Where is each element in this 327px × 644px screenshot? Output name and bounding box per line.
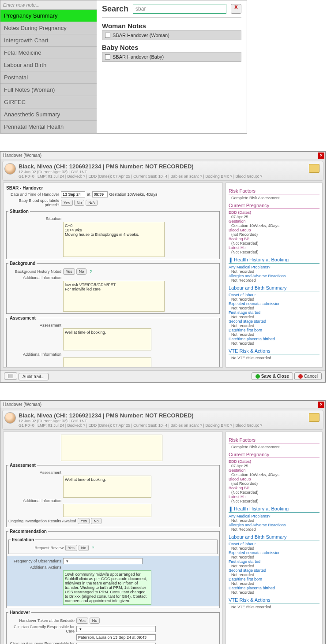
bp-label: Booking BP [229, 237, 319, 241]
ho-bedside-label: Handover Taken at the Bedside [8, 618, 75, 623]
print-button[interactable] [4, 372, 17, 380]
hh-head: ❚ Health History at Booking [229, 257, 319, 264]
current-pregnancy-head: Current Pregnancy [229, 203, 319, 209]
freq-label: Frequency of Observations [8, 559, 61, 563]
addl-info-label: Additional Information [8, 499, 61, 503]
folder-icon[interactable] [309, 164, 319, 173]
close-icon[interactable]: × [318, 402, 324, 408]
sidebar-item-labour-birth[interactable]: Labour and Birth [0, 59, 97, 71]
situation-fieldset: Situation Situation G+0 10+4 wks Moving … [6, 209, 220, 259]
time-input[interactable] [92, 191, 108, 197]
handover-window-scrolled: Handover (Woman) × Black, Nivea (CHI: 12… [0, 400, 326, 644]
risk-factors-head: Risk Factors [229, 188, 319, 194]
sidebar-item-intergrowth[interactable]: Intergrowth Chart [0, 34, 97, 47]
date-input[interactable] [61, 191, 85, 197]
freq-dropdown[interactable]: ▾ [63, 558, 143, 564]
vte-head: VTE Risk & Actions [229, 348, 319, 354]
situation-label: Situation [8, 216, 61, 221]
sidebar-item-full-notes[interactable]: Full Notes (Woman) [0, 84, 97, 96]
current-pregnancy-head: Current Pregnancy [229, 452, 319, 458]
patient-meta-2: G1 P0+0 | LMP: 01 Jul 24 | Booked: ? | E… [19, 174, 320, 179]
cancel-button[interactable]: Cancel [294, 372, 322, 380]
yes-button[interactable]: Yes [63, 268, 75, 275]
sidebar-item-perinatal-mh[interactable]: Perinatal Mental Health [0, 121, 97, 133]
hh-head: ❚ Health History at Booking [229, 506, 319, 513]
save-close-button[interactable]: Save & Close [252, 372, 293, 380]
audit-trail-button[interactable]: Audit trail... [19, 373, 49, 380]
med-label: Any Medical Problems? [229, 265, 319, 269]
enter-new-note[interactable]: Enter new note... [0, 0, 97, 10]
background-fieldset: Background Background History Noted Yes … [6, 261, 220, 314]
assessment-textarea[interactable]: Well at time of booking. [63, 328, 151, 350]
patient-header: Black, Nivea (CHI: 1206921234 | PMS Numb… [2, 410, 323, 430]
check-icon [256, 374, 260, 379]
background-textarea[interactable]: low risk VTE/FGR/GDM/PET For midwife led… [63, 281, 165, 312]
yes-button[interactable]: Yes [61, 200, 73, 206]
datetime-label: Date and Time of Handover [6, 192, 59, 197]
actions-label: Additional Actions [8, 565, 61, 570]
sidebar: Enter new note... Pregnancy Summary Note… [0, 0, 97, 133]
yes-button[interactable]: Yes [65, 545, 77, 551]
sidebar-item-pregnancy-summary[interactable]: Pregnancy Summary [0, 10, 97, 22]
prev-textarea[interactable] [61, 435, 162, 461]
complete-risk-link[interactable]: Complete Risk Assessment... [231, 196, 319, 200]
help-icon[interactable]: ? [90, 269, 92, 274]
search-input[interactable] [133, 4, 226, 14]
yes-button[interactable]: Yes [78, 518, 90, 524]
addl-info-textarea[interactable] [63, 504, 151, 517]
no-button[interactable]: No [76, 268, 87, 275]
footer: Audit trail... Save & Close Cancel [0, 370, 325, 382]
result-sbar-woman[interactable]: SBAR Handover (Woman) [102, 30, 241, 40]
no-button[interactable]: No [91, 518, 101, 524]
woman-notes-head: Woman Notes [102, 22, 241, 30]
cancel-icon [298, 374, 303, 379]
sbar-form: Assessment Assessment Well at time of bo… [3, 432, 223, 644]
sidebar-item-notes-during-pregnancy[interactable]: Notes During Pregnancy [0, 22, 97, 34]
avatar-icon [4, 163, 16, 175]
clear-search-button[interactable]: X [231, 4, 241, 14]
gest-label: Gestation [229, 219, 319, 223]
patient-meta-1: 12 Jun 92 (Current Age: 32) | G12 1NT [19, 170, 320, 174]
clin-resp-dropdown[interactable]: ▾ [76, 626, 156, 632]
result-label: SBAR Handover (Woman) [113, 33, 169, 38]
situation-textarea[interactable]: G+0 10+4 wks Moving house to Bishopbrigg… [63, 222, 165, 257]
clin-value[interactable]: Paterson, Laura on 13 Sep 24 at 09:43 [76, 634, 156, 640]
addl-info-textarea[interactable] [63, 357, 151, 368]
help-icon[interactable]: ? [92, 546, 94, 550]
info-panel: Risk Factors Complete Risk Assessment...… [226, 182, 323, 368]
window-title: Handover (Woman) × [0, 152, 325, 159]
clin-assume-label: Clinician Assuming Responsibility for Ca… [8, 641, 75, 644]
recommendation-fieldset: Recommendation Escalation Request Review… [6, 529, 220, 608]
assessment-textarea[interactable]: Well at time of booking. [63, 476, 151, 498]
sidebar-item-postnatal[interactable]: Postnatal [0, 71, 97, 84]
result-sbar-baby[interactable]: SBAR Handover (Baby) [102, 52, 241, 62]
document-icon [105, 33, 110, 38]
window-title: Handover (Woman) × [0, 401, 325, 408]
ongoing-label: Ongoing Investigation Results Awaited [8, 519, 76, 523]
addl-info-label: Additional Information [8, 352, 61, 357]
folder-icon[interactable] [309, 413, 319, 422]
gestation-text: Gestation 10Weeks, 4Days [109, 192, 158, 197]
sbar-form: SBAR - Handover Date and Time of Handove… [3, 182, 223, 368]
allerg-label: Allergies and Adverse Reactions [229, 274, 319, 278]
addl-info-label: Additional Information [8, 275, 61, 280]
assessment-fieldset: Assessment Assessment Well at time of bo… [6, 316, 220, 368]
sidebar-item-girfec[interactable]: GIRFEC [0, 96, 97, 108]
actions-textarea[interactable]: 16wk community midwife appt arranged for… [63, 570, 151, 605]
handover-fieldset: Handover Handover Taken at the Bedside Y… [6, 610, 220, 644]
assessment-label: Assessment [8, 323, 61, 328]
no-button[interactable]: No [79, 545, 89, 551]
no-button[interactable]: No [74, 200, 85, 206]
result-label: SBAR Handover (Baby) [113, 54, 164, 60]
no-button[interactable]: No [90, 618, 100, 624]
close-icon[interactable]: × [318, 153, 324, 159]
sidebar-item-anaesthetic[interactable]: Anaesthetic Summary [0, 108, 97, 121]
bg-noted-label: Background History Noted [8, 269, 61, 274]
clin-resp-label: Clinician Currently Responsible for Care [8, 625, 75, 633]
yes-button[interactable]: Yes [76, 618, 88, 624]
sidebar-item-fetal-medicine[interactable]: Fetal Medicine [0, 47, 97, 59]
sbar-title: SBAR - Handover [6, 186, 220, 190]
assessment-label: Assessment [8, 470, 61, 475]
complete-risk-link[interactable]: Complete Risk Assessment... [231, 445, 319, 449]
na-button[interactable]: N/A [86, 200, 98, 206]
